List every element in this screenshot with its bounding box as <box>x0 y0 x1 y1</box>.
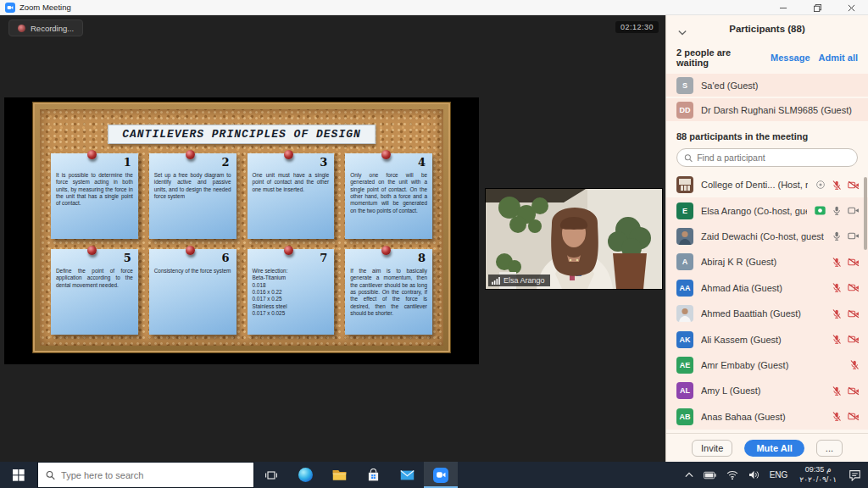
participant-status-icons <box>832 282 860 293</box>
tray-chevron-up-icon[interactable] <box>682 462 697 488</box>
meeting-stage: Recording... 02:12:30 CANTILEVERS PRINCI… <box>0 15 665 462</box>
scrollbar-thumb[interactable] <box>864 177 867 250</box>
mute-all-button[interactable]: Mute All <box>744 440 804 457</box>
avatar: A <box>676 253 693 270</box>
video-icon <box>848 206 860 215</box>
volume-icon[interactable] <box>745 462 763 488</box>
sticky-note: 7 Wire selection: Beta-Titanium 0.018 0.… <box>248 249 335 335</box>
search-icon <box>684 153 693 163</box>
participant-name: Abiraj K R (Guest) <box>701 257 824 267</box>
pin-icon <box>186 150 195 159</box>
video-name-tag: Elsa Arango <box>488 274 550 286</box>
taskbar-search-input[interactable] <box>61 470 246 480</box>
admit-all-link[interactable]: Admit all <box>819 53 858 63</box>
pin-icon <box>284 150 293 159</box>
avatar <box>676 176 693 193</box>
participant-list: College of Denti... (Host, me) E Elsa Ar… <box>666 172 868 433</box>
note-number: 7 <box>320 252 327 264</box>
video-participant-name: Elsa Arango <box>504 276 545 285</box>
note-number: 8 <box>418 252 426 264</box>
note-number: 6 <box>221 252 229 264</box>
participant-row[interactable]: Ahmed Baattiah (Guest) <box>666 301 868 326</box>
search-icon <box>46 470 55 480</box>
participant-row[interactable]: E Elsa Arango (Co-host, guest) <box>666 197 868 223</box>
video-icon <box>848 231 860 241</box>
file-explorer-icon[interactable] <box>322 462 356 488</box>
start-button[interactable] <box>0 462 37 488</box>
mic-icon <box>832 230 842 241</box>
panel-title: Participants (88) <box>729 24 804 34</box>
window-title: Zoom Meeting <box>19 3 71 12</box>
mic-muted-icon <box>832 180 842 191</box>
zoom-taskbar-icon[interactable] <box>424 462 458 488</box>
participant-row[interactable]: AK Ali Kassem (Guest) <box>666 326 868 352</box>
shared-slide: CANTILEVERS PRINCIPLES OF DESIGN 1 It is… <box>4 97 479 364</box>
note-number: 4 <box>418 156 426 169</box>
recording-badge-icon <box>815 206 826 215</box>
taskbar-clock[interactable]: 09:35 م ٢٠٢٠/٠٩/٠١ <box>794 465 842 485</box>
sticky-note: 6 Consistency of the force system <box>149 249 236 335</box>
panel-footer: Invite Mute All ... <box>666 433 868 462</box>
mail-app-icon[interactable] <box>390 462 424 488</box>
participant-row[interactable]: A Abiraj K R (Guest) <box>666 249 868 274</box>
invite-button[interactable]: Invite <box>692 440 732 457</box>
sticky-note: 8 If the aim is to basically generate a … <box>345 249 432 335</box>
close-button[interactable] <box>834 0 868 15</box>
participant-row[interactable]: AA Ahmad Atia (Guest) <box>666 275 868 301</box>
participants-panel: Participants (88) 2 people are waiting M… <box>665 15 868 462</box>
chevron-down-icon[interactable] <box>678 24 687 39</box>
note-text: Wire selection: Beta-Titanium 0.018 0.01… <box>248 268 335 317</box>
participant-name: Amy L (Guest) <box>701 385 824 396</box>
participant-row[interactable]: AL Amy L (Guest) <box>666 378 868 403</box>
edge-browser-icon[interactable] <box>288 462 322 488</box>
maximize-button[interactable] <box>800 0 834 15</box>
participant-row[interactable]: College of Denti... (Host, me) <box>666 172 868 197</box>
participant-name: Zaid Dewachi (Co-host, guest) <box>701 231 824 241</box>
cork-board: CANTILEVERS PRINCIPLES OF DESIGN 1 It is… <box>32 102 451 353</box>
task-view-button[interactable] <box>254 462 288 488</box>
action-center-icon[interactable] <box>845 462 865 488</box>
mic-muted-icon <box>832 334 842 345</box>
avatar: AK <box>676 331 693 348</box>
participant-row[interactable]: Zaid Dewachi (Co-host, guest) <box>666 224 868 249</box>
recording-indicator[interactable]: Recording... <box>8 19 83 36</box>
meeting-timer: 02:12:30 <box>615 21 659 33</box>
language-indicator[interactable]: ENG <box>766 462 792 488</box>
participant-video-tile[interactable]: Elsa Arango <box>485 188 663 290</box>
battery-icon[interactable] <box>700 462 720 488</box>
mic-muted-icon <box>832 308 842 319</box>
participant-row[interactable]: AB Anas Bahaa (Guest) <box>666 404 868 430</box>
spotlight-indicator-icon <box>815 180 826 190</box>
taskbar-search[interactable] <box>37 462 254 488</box>
clock-time: 09:35 م <box>805 465 832 474</box>
waiting-row[interactable]: S Sa'ed (Guest) <box>666 74 868 97</box>
note-text: One unit must have a single point of con… <box>248 172 335 193</box>
participant-search[interactable] <box>676 148 858 167</box>
participant-row[interactable]: AE Amr Embaby (Guest) <box>666 352 868 378</box>
zoom-app-icon <box>5 3 15 13</box>
message-link[interactable]: Message <box>771 53 810 63</box>
mic-muted-icon <box>832 411 842 422</box>
notes-grid: 1 It is possible to determine the force … <box>51 153 432 335</box>
microsoft-store-icon[interactable] <box>356 462 390 488</box>
note-text: It is possible to determine the force sy… <box>51 172 138 208</box>
waiting-name: Dr Darsh Rughani SLM9685 (Guest) <box>701 105 852 115</box>
window-titlebar: Zoom Meeting <box>0 0 868 15</box>
participant-name: Ahmad Atia (Guest) <box>701 283 824 293</box>
note-text: Consistency of the force system <box>149 268 236 274</box>
avatar: DD <box>676 102 693 119</box>
zoom-meeting-window: Zoom Meeting Recording... 02:12:30 CANTI… <box>0 0 868 488</box>
board-title: CANTILEVERS PRINCIPLES OF DESIGN <box>108 125 376 144</box>
pin-icon <box>186 246 195 255</box>
minimize-button[interactable] <box>766 0 800 15</box>
note-text: Set up a free body diagram to identify a… <box>149 172 236 200</box>
audio-level-icon <box>492 277 500 285</box>
search-input[interactable] <box>697 152 850 163</box>
participant-name: Elsa Arango (Co-host, guest) <box>701 206 807 216</box>
wifi-icon[interactable] <box>723 462 742 488</box>
more-options-button[interactable]: ... <box>816 440 843 457</box>
sticky-note: 4 Only one force will be generated on th… <box>345 153 432 239</box>
note-number: 3 <box>320 156 327 169</box>
participant-status-icons <box>832 411 860 422</box>
waiting-row[interactable]: DD Dr Darsh Rughani SLM9685 (Guest) <box>666 98 868 121</box>
